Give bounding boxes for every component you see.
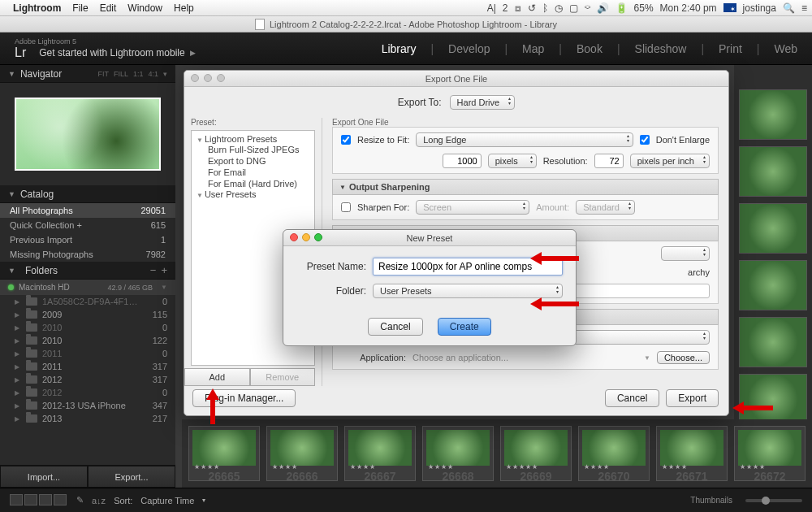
folder-row[interactable]: ▶20110 xyxy=(0,347,175,360)
airplay-icon[interactable]: ▢ xyxy=(569,2,578,14)
sort-value[interactable]: Capture Time xyxy=(140,496,194,505)
modal-create-button[interactable]: Create xyxy=(438,318,491,336)
chevron-right-icon[interactable]: ▶ xyxy=(15,324,21,332)
module-web[interactable]: Web xyxy=(774,42,797,55)
thumbnail[interactable] xyxy=(739,374,807,424)
thumbnail-size-slider[interactable] xyxy=(745,499,802,502)
chevron-down-icon[interactable]: ▼ xyxy=(197,137,203,144)
module-slideshow[interactable]: Slideshow xyxy=(635,42,687,55)
preset-folder-select[interactable]: User Presets xyxy=(373,284,563,298)
window-controls[interactable] xyxy=(191,74,225,82)
minimize-icon[interactable] xyxy=(302,233,310,241)
metadata-select-partial[interactable] xyxy=(661,246,710,261)
catalog-missing-photos[interactable]: Missing Photographs7982 xyxy=(0,247,175,262)
thumbnail[interactable] xyxy=(739,203,807,254)
module-library[interactable]: Library xyxy=(382,42,417,55)
preset-item[interactable]: For Email (Hard Drive) xyxy=(197,178,309,189)
sync-icon[interactable]: ↺ xyxy=(528,2,536,14)
chevron-right-icon[interactable]: ▶ xyxy=(15,389,21,397)
timemachine-icon[interactable]: ◷ xyxy=(555,2,563,14)
resize-mode-select[interactable]: Long Edge xyxy=(416,132,633,147)
preset-add-button[interactable]: Add xyxy=(184,368,250,386)
menubar-app-name[interactable]: Lightroom xyxy=(13,2,61,14)
thumbnail[interactable] xyxy=(739,89,807,140)
export-to-select[interactable]: Hard Drive xyxy=(450,95,516,110)
dont-enlarge-checkbox[interactable] xyxy=(640,135,650,145)
chevron-down-icon[interactable]: ▾ xyxy=(163,70,167,78)
battery-icon[interactable]: 🔋 xyxy=(615,2,628,14)
menulet-adobe-icon[interactable]: A| xyxy=(487,2,496,14)
thumbnail[interactable] xyxy=(739,260,807,310)
filmstrip-cell[interactable]: ★★★★26672 xyxy=(734,426,806,481)
catalog-quick-collection[interactable]: Quick Collection +615 xyxy=(0,218,175,232)
menu-edit[interactable]: Edit xyxy=(100,2,117,14)
choose-app-button[interactable]: Choose... xyxy=(657,351,710,364)
module-print[interactable]: Print xyxy=(719,42,742,55)
folders-header[interactable]: ▼Folders −+ xyxy=(0,262,175,280)
view-mode-icons[interactable] xyxy=(10,494,68,507)
menu-file[interactable]: File xyxy=(72,2,88,14)
chevron-right-icon[interactable]: ▶ xyxy=(15,402,21,410)
nav-4-1[interactable]: 4:1 xyxy=(148,70,158,78)
chevron-right-icon[interactable]: ▶ xyxy=(15,298,21,306)
menu-window[interactable]: Window xyxy=(127,2,162,14)
folder-row[interactable]: ▶20100 xyxy=(0,321,175,334)
folder-row[interactable]: ▶2013217 xyxy=(0,412,175,425)
module-book[interactable]: Book xyxy=(577,42,603,55)
preset-item[interactable]: Export to DNG xyxy=(197,155,309,167)
nav-fill[interactable]: FILL xyxy=(114,70,128,78)
module-map[interactable]: Map xyxy=(522,42,544,55)
export-button[interactable]: Export... xyxy=(88,466,175,488)
navigator-header[interactable]: ▼ Navigator FIT FILL 1:1 4:1 ▾ xyxy=(0,65,175,83)
close-icon[interactable] xyxy=(191,74,199,82)
thumbnail[interactable] xyxy=(739,317,807,367)
folder-row[interactable]: ▶2012-13 USA iPhone347 xyxy=(0,399,175,412)
folders-minus-icon[interactable]: − xyxy=(150,264,157,276)
folder-row[interactable]: ▶2010122 xyxy=(0,334,175,347)
flag-au-icon[interactable] xyxy=(723,3,736,12)
nav-fit[interactable]: FIT xyxy=(97,70,109,78)
painter-icon[interactable]: ✎ xyxy=(76,495,84,505)
resolution-units-select[interactable]: pixels per inch xyxy=(630,154,710,168)
chevron-down-icon[interactable]: ▼ xyxy=(197,192,203,199)
preset-group-user[interactable]: User Presets xyxy=(205,189,257,199)
folder-row[interactable]: ▶1A5058C2-DF9A-4F1…0 xyxy=(0,295,175,308)
filmstrip-cell[interactable]: ★★★★26671 xyxy=(656,426,728,481)
dropbox-icon[interactable]: ⧈ xyxy=(515,2,521,14)
folder-row[interactable]: ▶2011317 xyxy=(0,360,175,373)
close-icon[interactable] xyxy=(290,233,298,241)
chevron-right-icon[interactable]: ▶ xyxy=(15,376,21,384)
volume-icon[interactable]: 🔊 xyxy=(597,2,609,14)
filmstrip[interactable]: ★★★★26665 ★★★★26666 ★★★★26667 ★★★★26668 … xyxy=(182,419,812,488)
folder-row[interactable]: ▶2009115 xyxy=(0,308,175,321)
chevron-down-icon[interactable]: ▼ xyxy=(161,284,167,291)
menu-help[interactable]: Help xyxy=(174,2,194,14)
export-cancel-button[interactable]: Cancel xyxy=(605,389,659,407)
export-confirm-button[interactable]: Export xyxy=(666,389,719,407)
chevron-right-icon[interactable]: ▶ xyxy=(15,363,21,371)
chevron-right-icon[interactable]: ▶ xyxy=(15,337,21,345)
folder-row[interactable]: ▶20120 xyxy=(0,386,175,399)
size-units-select[interactable]: pixels xyxy=(488,154,537,168)
minimize-icon[interactable] xyxy=(204,74,212,82)
modal-cancel-button[interactable]: Cancel xyxy=(368,318,422,336)
chevron-right-icon[interactable]: ▶ xyxy=(15,415,21,423)
catalog-all-photographs[interactable]: All Photographs29051 xyxy=(0,203,175,218)
size-input[interactable] xyxy=(443,154,482,168)
chevron-down-icon[interactable]: ▾ xyxy=(202,497,205,504)
zoom-icon[interactable] xyxy=(217,74,225,82)
sort-direction-icon[interactable]: a↓z xyxy=(92,496,106,505)
chevron-right-icon[interactable]: ▶ xyxy=(15,350,21,358)
thumbnail[interactable] xyxy=(739,146,807,197)
nav-1-1[interactable]: 1:1 xyxy=(133,70,144,78)
resize-checkbox[interactable] xyxy=(341,135,351,145)
volume-row[interactable]: Macintosh HD 42.9 / 465 GB ▼ xyxy=(0,280,175,295)
spotlight-icon[interactable]: 🔍 xyxy=(783,2,795,14)
catalog-header[interactable]: ▼ Catalog xyxy=(0,185,175,203)
chevron-right-icon[interactable]: ▶ xyxy=(15,311,21,319)
filmstrip-cell[interactable]: ★★★★26668 xyxy=(422,426,494,481)
amount-select[interactable]: Standard xyxy=(576,200,635,215)
zoom-icon[interactable] xyxy=(314,233,322,241)
folders-plus-icon[interactable]: + xyxy=(161,264,167,276)
filmstrip-cell[interactable]: ★★★★★26669 xyxy=(500,426,572,481)
